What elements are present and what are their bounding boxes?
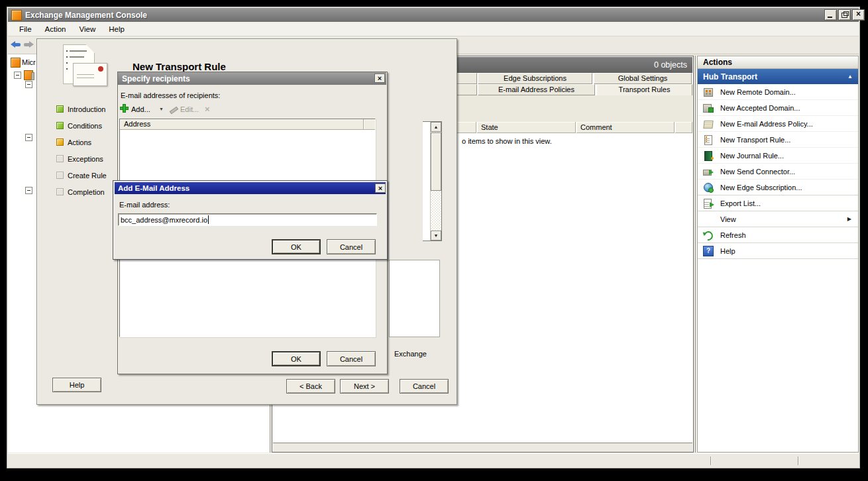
email-address-policy-icon [703, 119, 714, 129]
close-icon[interactable] [374, 74, 385, 83]
action-new-journal-rule[interactable]: New Journal Rule... [698, 148, 858, 164]
action-new-transport-rule[interactable]: New Transport Rule... [698, 132, 858, 148]
tab-global-settings[interactable]: Global Settings [594, 73, 692, 84]
scrollbar-thumb[interactable] [431, 133, 441, 191]
close-icon[interactable] [375, 184, 386, 193]
export-list-icon [703, 198, 714, 209]
menu-action[interactable]: Action [39, 24, 72, 34]
vertical-scrollbar[interactable] [430, 122, 441, 240]
step-complete-icon [56, 105, 64, 113]
wizard-step-exceptions: Exceptions [56, 150, 103, 167]
scrollbar-up-icon[interactable] [431, 122, 441, 132]
wizard-help-button[interactable]: Help [52, 378, 101, 392]
email-address-value: bcc_address@mxrecord.io [121, 216, 207, 224]
specify-recipients-titlebar: Specify recipients [118, 72, 386, 85]
status-bar-divider [710, 456, 712, 465]
exchange-logo-icon [11, 10, 22, 21]
wizard-cancel-button[interactable]: Cancel [400, 379, 449, 394]
window-controls [824, 9, 865, 21]
address-column-blank [364, 119, 375, 130]
collapse-arrow-icon[interactable] [847, 74, 853, 80]
action-export-list[interactable]: Export List... [698, 195, 858, 211]
no-icon [703, 214, 714, 225]
action-new-email-address-policy[interactable]: New E-mail Address Policy... [698, 116, 858, 132]
wizard-description-box-edge [389, 260, 440, 337]
refresh-icon [703, 230, 714, 240]
wizard-document-line [70, 56, 84, 58]
wizard-step-completion: Completion [56, 184, 105, 200]
recipients-cancel-button[interactable]: Cancel [327, 351, 376, 366]
screen: Exchange Management Console File Action … [0, 0, 868, 481]
step-pending-icon [56, 172, 64, 179]
pane-divider[interactable] [695, 56, 696, 453]
recipients-ok-button[interactable]: OK [272, 351, 321, 366]
status-bar-divider [798, 456, 799, 465]
action-new-edge-subscription[interactable]: New Edge Subscription... [698, 180, 858, 195]
step-current-icon [56, 138, 64, 146]
tree-expander-icon[interactable] [25, 81, 32, 88]
action-view[interactable]: View [698, 211, 858, 227]
close-button[interactable] [852, 9, 865, 21]
minimize-button[interactable] [824, 9, 837, 21]
add-dialog-cancel-button[interactable]: Cancel [327, 239, 376, 254]
scrollbar-down-icon[interactable] [431, 231, 441, 240]
step-complete-icon [56, 122, 64, 129]
column-header-state[interactable]: State [477, 122, 576, 133]
column-header-comment[interactable]: Comment [576, 122, 675, 133]
transport-rule-icon [703, 134, 714, 145]
send-connector-icon [703, 166, 714, 177]
wizard-step-introduction: Introduction [56, 101, 105, 117]
add-dropdown-icon[interactable] [159, 107, 164, 111]
tab-email-address-policies[interactable]: E-mail Address Policies [478, 84, 595, 95]
action-new-accepted-domain[interactable]: New Accepted Domain... [698, 100, 858, 116]
address-column-header[interactable]: Address [120, 119, 364, 130]
email-address-input[interactable]: bcc_address@mxrecord.io [118, 213, 377, 226]
wizard-envelope-icon [73, 63, 107, 86]
add-dialog-ok-button[interactable]: OK [272, 239, 321, 254]
step-pending-icon [56, 188, 64, 195]
restore-button[interactable] [838, 9, 851, 21]
titlebar: Exchange Management Console [8, 8, 859, 22]
tree-expander-icon[interactable] [14, 72, 21, 79]
action-new-remote-domain[interactable]: New Remote Domain... [698, 84, 858, 100]
tree-expander-icon[interactable] [25, 187, 32, 194]
remote-domain-icon [703, 87, 714, 97]
wizard-back-button[interactable]: < Back [286, 379, 335, 394]
add-email-address-titlebar: Add E-Mail Address [115, 182, 386, 194]
empty-view-message: o items to show in this view. [462, 137, 552, 145]
column-header-blank[interactable] [675, 122, 692, 133]
step-pending-icon [56, 155, 64, 162]
tab-transport-rules[interactable]: Transport Rules [596, 84, 692, 96]
wizard-step-create-rule: Create Rule [56, 167, 107, 184]
tree-root-exchange-icon[interactable] [11, 58, 21, 68]
action-new-send-connector[interactable]: New Send Connector... [698, 164, 858, 180]
edge-subscription-icon [703, 182, 714, 193]
tab-edge-subscriptions[interactable]: Edge Subscriptions [478, 73, 592, 84]
tree-node-exchange-icon[interactable] [24, 70, 33, 80]
wizard-step-actions: Actions [56, 134, 91, 150]
tree-root-label[interactable]: Micr [22, 58, 36, 66]
recipients-label: E-mail addresses of recipients: [121, 91, 220, 99]
tree-expander-icon[interactable] [25, 134, 32, 141]
journal-rule-icon [703, 150, 714, 161]
wizard-next-button[interactable]: Next > [340, 379, 389, 394]
menu-help[interactable]: Help [103, 24, 131, 34]
help-icon [703, 246, 714, 256]
text-caret [208, 215, 209, 224]
window-title: Exchange Management Console [25, 11, 147, 20]
objects-count: 0 objects [654, 60, 687, 70]
menu-file[interactable]: File [13, 24, 38, 34]
menu-view[interactable]: View [74, 24, 102, 34]
accepted-domain-icon [703, 103, 714, 113]
add-plus-icon[interactable] [120, 104, 129, 113]
back-arrow-icon[interactable] [10, 39, 22, 50]
action-refresh[interactable]: Refresh [698, 227, 858, 243]
wizard-background-text: Exchange [394, 350, 427, 358]
actions-list: New Remote Domain... New Accepted Domain… [698, 84, 858, 259]
hub-transport-group-header[interactable]: Hub Transport [698, 69, 858, 84]
wizard-step-conditions: Conditions [56, 117, 102, 134]
edit-pencil-icon [170, 106, 178, 113]
add-recipient-button[interactable]: Add... [131, 105, 150, 113]
action-help[interactable]: Help [698, 243, 858, 259]
actions-pane-title: Actions [698, 56, 858, 69]
